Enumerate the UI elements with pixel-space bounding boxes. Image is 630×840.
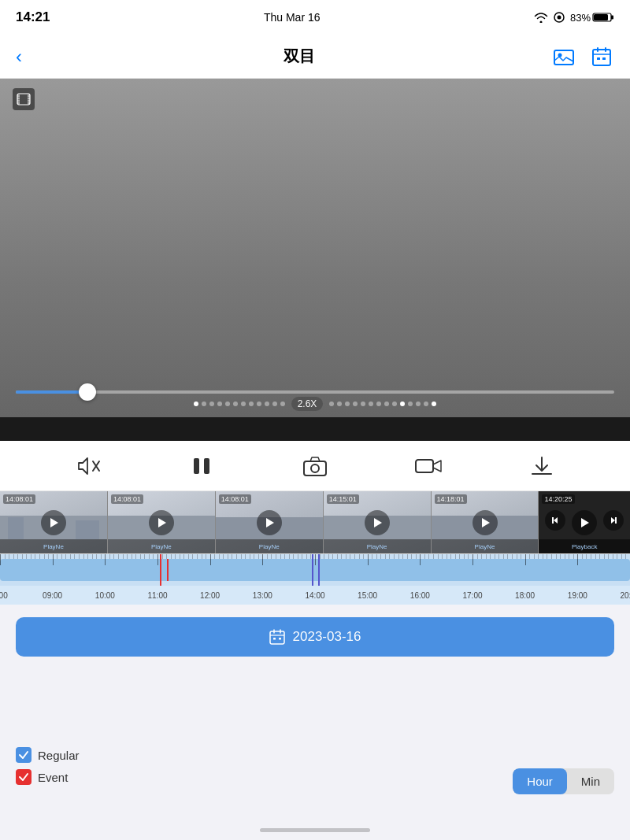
playback-bar[interactable] (0, 390, 630, 394)
next-button[interactable] (603, 510, 624, 531)
thumb-time-3: 14:08:01 (219, 494, 251, 504)
hour-button[interactable]: Hour (513, 768, 567, 794)
svg-rect-25 (304, 461, 326, 476)
zoom-dot (392, 401, 397, 406)
svg-rect-5 (554, 50, 573, 65)
zoom-dot (225, 401, 230, 406)
svg-rect-3 (611, 16, 613, 20)
wifi-icon (534, 12, 548, 23)
thumb-footer-3: PlayNe (216, 539, 323, 553)
timeline-track[interactable] (0, 554, 630, 586)
timeline-container[interactable]: 8:00 09:00 10:00 11:00 12:00 13:00 14:00… (0, 554, 630, 605)
thumbnail-5[interactable]: 14:18:01 PlayNe (432, 491, 539, 553)
snapshot-button[interactable] (296, 447, 334, 485)
date-button-label: 2023-03-16 (293, 629, 361, 645)
zoom-dot (265, 401, 269, 406)
thumbnail-2[interactable]: 14:08:01 PlayNe (108, 491, 216, 553)
svg-rect-29 (615, 517, 617, 524)
thumb-play-2[interactable] (149, 510, 174, 535)
filmstrip-icon (17, 93, 31, 105)
legend-event: Event (16, 769, 80, 785)
svg-rect-28 (552, 517, 554, 524)
timeline-marker-blue (312, 554, 313, 586)
mute-button[interactable] (69, 447, 107, 485)
tl-6: 14:00 (305, 591, 324, 600)
video-player[interactable]: 2.6X (0, 79, 630, 417)
thumb-play-4[interactable] (365, 510, 390, 535)
zoom-dot (416, 401, 421, 406)
download-button[interactable] (523, 447, 561, 485)
thumb-time-4: 14:15:01 (327, 494, 359, 504)
zoom-row: 2.6X (0, 397, 630, 411)
thumb-play-6[interactable] (572, 510, 597, 535)
thumb-footer-5: PlayNe (432, 539, 539, 553)
thumb-footer-6: Playback (539, 539, 630, 553)
thumb-play-5[interactable] (472, 510, 498, 535)
zoom-dot (384, 401, 389, 406)
zoom-label: 2.6X (291, 397, 324, 411)
nav-bar: ‹ 双目 (0, 35, 630, 79)
gallery-button[interactable] (551, 44, 576, 69)
back-button[interactable]: ‹ (16, 46, 47, 68)
thumb-footer-4: PlayNe (324, 539, 431, 553)
thumb-time-6: 14:20:25 (542, 494, 574, 504)
svg-rect-31 (273, 638, 276, 640)
thumbnails-row: 14:08:01 PlayNe 14:08:01 PlayNe 14:08:01… (0, 491, 630, 554)
thumb-time-1: 14:08:01 (3, 494, 35, 504)
zoom-dot (345, 401, 350, 406)
svg-rect-30 (270, 631, 284, 644)
tl-4: 12:00 (200, 591, 220, 600)
zoom-dot (369, 401, 373, 406)
legend-area: Regular Event (16, 747, 80, 785)
tl-0: 8:00 (0, 591, 8, 600)
thumb-time-5: 14:18:01 (435, 494, 467, 504)
tl-10: 18:00 (515, 591, 535, 600)
thumb-play-1[interactable] (41, 510, 66, 535)
svg-rect-8 (597, 57, 600, 60)
progress-track[interactable] (16, 390, 614, 394)
prev-button[interactable] (545, 510, 565, 531)
thumbnail-4[interactable]: 14:15:01 PlayNe (324, 491, 432, 553)
status-icons: 83% (534, 11, 614, 24)
timeline-marker-blue-2 (318, 554, 320, 586)
timeline-marker-red-2 (167, 559, 169, 581)
legend-regular: Regular (16, 747, 80, 763)
svg-rect-9 (602, 57, 606, 60)
pause-button[interactable] (183, 447, 220, 485)
video-icon (415, 457, 442, 476)
zoom-dot (257, 401, 261, 406)
calendar-button[interactable] (589, 44, 614, 69)
record-button[interactable] (410, 447, 447, 485)
thumbnail-1[interactable]: 14:08:01 PlayNe (0, 491, 108, 553)
battery-icon (592, 12, 614, 23)
tl-1: 09:00 (43, 591, 62, 600)
zoom-dot (272, 401, 277, 406)
thumbnail-6[interactable]: 14:20:25 Playback (539, 491, 630, 553)
regular-checkbox[interactable] (16, 747, 32, 763)
zoom-dot (337, 401, 342, 406)
regular-label: Regular (38, 749, 80, 762)
signal-icon (553, 11, 565, 24)
time-mode-toggle[interactable]: Hour Min (513, 768, 614, 794)
date-button[interactable]: 2023-03-16 (16, 617, 614, 657)
thumb-footer-2: PlayNe (108, 539, 215, 553)
thumbnail-3[interactable]: 14:08:01 PlayNe (216, 491, 324, 553)
event-checkbox[interactable] (16, 769, 32, 785)
zoom-dot (424, 401, 428, 406)
event-label: Event (38, 771, 68, 784)
thumb-play-3[interactable] (257, 510, 282, 535)
zoom-dot (194, 401, 198, 406)
status-bar: 14:21 Thu Mar 16 83% (0, 0, 630, 35)
nav-icons (551, 44, 614, 69)
calendar-small-icon (269, 629, 285, 645)
zoom-dot (202, 401, 206, 406)
min-button[interactable]: Min (567, 768, 614, 794)
status-time: 14:21 (16, 9, 50, 25)
battery-pct: 83% (570, 12, 591, 24)
calendar-icon (591, 46, 612, 67)
tl-11: 19:00 (568, 591, 587, 600)
zoom-dot (217, 401, 222, 406)
video-area: 2.6X (0, 79, 630, 441)
zoom-dot (432, 401, 436, 406)
timeline-marker-red-1 (160, 554, 161, 586)
